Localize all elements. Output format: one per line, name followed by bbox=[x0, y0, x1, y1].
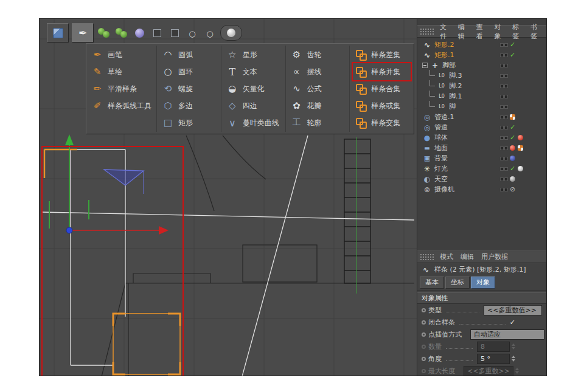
flyout-item-4side[interactable]: 四边 bbox=[224, 97, 282, 114]
enabled-check-icon[interactable] bbox=[510, 41, 515, 49]
flyout-item-label: 摆线 bbox=[307, 67, 322, 77]
panel-grip-icon[interactable] bbox=[420, 28, 435, 35]
flyout-item-spline-difference[interactable]: 样条差集 bbox=[353, 46, 411, 63]
preset-button-a[interactable] bbox=[150, 25, 164, 41]
flyout-item-profile[interactable]: 轮廓 bbox=[289, 114, 347, 131]
object-row[interactable]: 脚.2 bbox=[417, 81, 546, 91]
flyout-item-vectorizer[interactable]: 矢量化 bbox=[224, 80, 282, 97]
menu-mode[interactable]: 模式 bbox=[436, 252, 457, 261]
visibility-dots-icon[interactable] bbox=[500, 105, 507, 109]
stepper-arrows-icon[interactable] bbox=[512, 356, 515, 362]
type-dropdown[interactable]: <<多重数值>> bbox=[484, 305, 542, 315]
null-object-icon bbox=[430, 61, 440, 70]
menu-userdata[interactable]: 用户数据 bbox=[478, 252, 512, 261]
visibility-dots-icon[interactable] bbox=[500, 43, 507, 47]
object-row[interactable]: 天空 bbox=[417, 174, 546, 184]
enabled-check-icon[interactable] bbox=[510, 51, 515, 59]
angle-stepper[interactable]: 5 ° bbox=[477, 354, 515, 364]
flyout-item-rectangle[interactable]: 矩形 bbox=[160, 114, 218, 131]
flyout-item-spline-arc-tool[interactable]: 样条弧线工具 bbox=[89, 97, 153, 114]
object-row[interactable]: 脚部 bbox=[417, 60, 546, 70]
close-spline-checkbox[interactable]: ✓ bbox=[510, 318, 515, 326]
param-circle-icon[interactable] bbox=[422, 332, 426, 337]
panel-grip-icon[interactable] bbox=[420, 253, 435, 261]
enabled-check-icon[interactable] bbox=[510, 123, 515, 131]
material-thumb[interactable] bbox=[510, 145, 515, 151]
interpolation-dropdown[interactable]: 自动适应 bbox=[470, 329, 544, 340]
material-thumb[interactable] bbox=[510, 176, 515, 182]
collapse-toggle-icon[interactable] bbox=[422, 63, 428, 68]
circle-preset-button-b[interactable] bbox=[203, 25, 217, 41]
flyout-item-spline-intersect[interactable]: 样条交集 bbox=[353, 114, 411, 131]
visibility-dots-icon[interactable] bbox=[500, 146, 507, 150]
material-thumb[interactable] bbox=[518, 166, 523, 171]
circle-preset-button-a[interactable] bbox=[185, 25, 200, 41]
menu-edit[interactable]: 编辑 bbox=[457, 252, 478, 261]
tab-coordinates[interactable]: 坐标 bbox=[445, 277, 470, 289]
visibility-dots-icon[interactable] bbox=[500, 115, 507, 119]
flyout-item-arc[interactable]: 圆弧 bbox=[160, 46, 218, 63]
visibility-dots-icon[interactable] bbox=[500, 136, 507, 140]
param-circle-icon[interactable] bbox=[422, 320, 426, 325]
visibility-dots-icon[interactable] bbox=[500, 64, 507, 67]
shader-ball-button[interactable] bbox=[220, 25, 242, 41]
visibility-dots-icon[interactable] bbox=[500, 74, 507, 78]
visibility-dots-icon[interactable] bbox=[500, 157, 507, 160]
object-row[interactable]: 球体 bbox=[417, 132, 546, 143]
material-thumb[interactable] bbox=[510, 156, 515, 161]
object-row[interactable]: 脚 bbox=[417, 101, 546, 112]
tab-object[interactable]: 对象 bbox=[471, 277, 495, 289]
visibility-dots-icon[interactable] bbox=[500, 84, 507, 88]
flyout-item-spline-and[interactable]: 样条合集 bbox=[353, 80, 411, 97]
material-thumb[interactable] bbox=[510, 114, 515, 120]
move-tool-button[interactable] bbox=[47, 23, 69, 43]
visibility-dots-icon[interactable] bbox=[500, 53, 507, 57]
object-row[interactable]: 背景 bbox=[417, 153, 546, 163]
flyout-item-spline-union[interactable]: 样条并集 bbox=[353, 63, 411, 80]
object-row[interactable]: 矩形.2 bbox=[417, 40, 546, 50]
flyout-item-smooth-spline[interactable]: 平滑样条 bbox=[89, 80, 153, 97]
flyout-item-flower[interactable]: 花瓣 bbox=[289, 97, 347, 114]
object-row[interactable]: 灯光 bbox=[417, 163, 546, 174]
visibility-dots-icon[interactable] bbox=[500, 167, 507, 171]
visibility-dots-icon[interactable] bbox=[500, 126, 507, 129]
visibility-dots-icon[interactable] bbox=[500, 188, 507, 191]
section-object-properties[interactable]: 对象属性 bbox=[417, 292, 546, 304]
disabled-icon[interactable] bbox=[510, 185, 515, 193]
object-row[interactable]: 脚.1 bbox=[417, 91, 546, 101]
object-row[interactable]: 摄像机 bbox=[417, 184, 546, 194]
flyout-item-circle[interactable]: 圆环 bbox=[160, 63, 218, 80]
material-thumb[interactable] bbox=[518, 145, 523, 151]
object-row[interactable]: 管道.1 bbox=[417, 112, 546, 122]
object-row[interactable]: 矩形.1 bbox=[417, 50, 546, 60]
preset-button-b[interactable] bbox=[167, 25, 182, 41]
flyout-item-formula[interactable]: 公式 bbox=[289, 80, 347, 97]
object-row[interactable]: 管道 bbox=[417, 122, 546, 132]
enabled-check-icon[interactable] bbox=[510, 165, 515, 173]
flyout-item-cissoid[interactable]: 蔓叶类曲线 bbox=[224, 114, 282, 131]
param-circle-icon[interactable] bbox=[422, 308, 426, 312]
flyout-item-gear[interactable]: 齿轮 bbox=[289, 46, 347, 63]
flyout-item-helix[interactable]: 螺旋 bbox=[160, 80, 218, 97]
primitive-button-b[interactable] bbox=[114, 25, 129, 41]
enabled-check-icon[interactable] bbox=[510, 134, 515, 142]
primitive-button-a[interactable] bbox=[97, 25, 111, 41]
flyout-item-cycloid[interactable]: 摆线 bbox=[289, 63, 347, 80]
tab-basic[interactable]: 基本 bbox=[420, 277, 444, 289]
material-thumb[interactable] bbox=[518, 135, 523, 140]
flyout-item-sketch[interactable]: 草绘 bbox=[89, 63, 153, 80]
angle-value[interactable]: 5 ° bbox=[477, 354, 510, 364]
flyout-item-spline-or[interactable]: 样条或集 bbox=[353, 97, 411, 114]
visibility-dots-icon[interactable] bbox=[500, 95, 507, 98]
object-row[interactable]: 地面 bbox=[417, 143, 546, 153]
object-row[interactable]: 脚.3 bbox=[417, 70, 546, 81]
sphere-primitive-button[interactable] bbox=[132, 25, 147, 41]
spline-pen-tool-button[interactable] bbox=[72, 23, 94, 43]
flyout-item-text[interactable]: 文本 bbox=[224, 63, 282, 80]
param-circle-icon[interactable] bbox=[422, 357, 426, 361]
visibility-dots-icon[interactable] bbox=[500, 177, 507, 181]
origin-handle[interactable] bbox=[66, 227, 72, 233]
flyout-item-ngon[interactable]: 多边 bbox=[160, 97, 218, 114]
flyout-item-pen[interactable]: 画笔 bbox=[89, 46, 153, 63]
flyout-item-star[interactable]: 星形 bbox=[224, 46, 282, 63]
